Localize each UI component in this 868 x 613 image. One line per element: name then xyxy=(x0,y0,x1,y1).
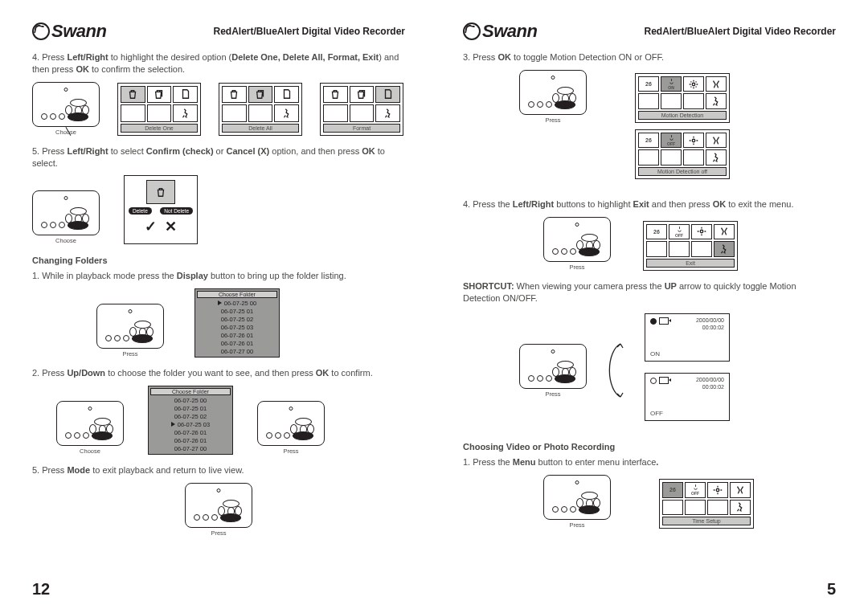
svg-point-0 xyxy=(692,83,695,86)
r-step3: 3. Press OK to toggle Motion Detection O… xyxy=(463,51,836,63)
motion-on-icon: ON xyxy=(661,76,682,92)
swann-swirl-icon xyxy=(32,22,50,40)
page-header-right: Swann RedAlert/BlueAlert Digital Video R… xyxy=(463,21,836,42)
heading-choosing-recording: Choosing Video or Photo Recording xyxy=(463,442,836,452)
document-title: RedAlert/BlueAlert Digital Video Recorde… xyxy=(214,26,406,37)
brand-logo: Swann xyxy=(32,21,106,42)
menu-delete-all: Delete All xyxy=(219,83,302,136)
delete-pill: Delete xyxy=(129,207,152,215)
remote-press-r2: Press xyxy=(543,217,611,271)
trash-one-icon xyxy=(121,86,145,104)
svg-point-1 xyxy=(692,139,695,142)
step-5-text: 5. Press Left/Right to select Confirm (c… xyxy=(32,145,405,170)
heading-changing-folders: Changing Folders xyxy=(32,255,405,265)
remote-press-3: Press xyxy=(185,483,252,537)
remote-press-1: Press xyxy=(96,304,164,358)
tools-icon xyxy=(706,76,727,92)
toggle-arrow-icon xyxy=(604,337,627,403)
remote-choose-2: Choose xyxy=(32,190,100,244)
exit-run-icon xyxy=(706,93,727,109)
record-dot-icon xyxy=(650,318,657,325)
cf-step1: 1. While in playback mode press the Disp… xyxy=(32,270,405,282)
cf-step2: 2. Press Up/Down to choose the folder yo… xyxy=(32,367,405,379)
remote-choose: Choose xyxy=(32,82,100,136)
menu-format: Format xyxy=(320,83,403,136)
menu-exit: 26 OFF Exit xyxy=(643,221,738,271)
pointer-icon xyxy=(218,300,222,305)
remote-caption: Choose xyxy=(32,129,100,136)
remote-choose-3: Choose xyxy=(56,401,124,455)
exit-run-icon-sel xyxy=(714,241,735,257)
step-4-text: 4. Press Left/Right to highlight the des… xyxy=(32,51,405,76)
date-26-badge: 26 xyxy=(638,76,659,92)
camera-icon xyxy=(659,317,669,325)
menu-delete-one: Delete One xyxy=(117,83,201,136)
remote-press-r1: Press xyxy=(519,70,587,124)
live-view-on: 2000/00/0000:00:02 ON xyxy=(645,313,730,362)
svg-point-2 xyxy=(700,231,703,234)
remote-press-r3: Press xyxy=(519,344,587,398)
menu-motion-off: 26 OFF Motion Detection off xyxy=(635,129,730,179)
live-on-label: ON xyxy=(650,350,660,358)
brightness-icon xyxy=(683,76,704,92)
page-number-right: 5 xyxy=(827,580,836,599)
r-step4: 4. Press the Left/Right buttons to highl… xyxy=(463,198,836,210)
not-delete-pill: Not Delete xyxy=(160,207,193,215)
exit-run-icon xyxy=(173,104,198,122)
remote-press-r4: Press xyxy=(543,475,611,529)
brand-text: Swann xyxy=(51,21,106,42)
page-number-left: 12 xyxy=(32,580,50,599)
live-off-label: OFF xyxy=(650,410,663,417)
remote-icon xyxy=(32,82,100,127)
remote-press-2: Press xyxy=(257,401,325,455)
trash-all-icon xyxy=(147,86,172,104)
folder-list-1: Choose Folder 06-07-25 00 06-07-25 01 06… xyxy=(194,288,280,358)
trash-icon xyxy=(146,180,175,204)
cf-step3: 5. Press Mode to exit playback and retur… xyxy=(32,464,405,476)
confirm-dialog: DeleteNot Delete ✓✕ xyxy=(124,175,198,244)
live-view-off: 2000/00/0000:00:02 OFF xyxy=(645,373,730,421)
r-shortcut: SHORTCUT: When viewing your camera press… xyxy=(463,280,836,304)
svg-point-3 xyxy=(716,488,719,492)
page-header: Swann RedAlert/BlueAlert Digital Video R… xyxy=(32,21,405,42)
x-icon: ✕ xyxy=(165,218,177,235)
c-step1: 1. Press the Menu button to enter menu i… xyxy=(463,456,836,468)
menu-motion-on: 26 ON Motion Detection xyxy=(635,73,730,123)
menu-bar-label: Delete One xyxy=(121,124,198,133)
record-dot-off-icon xyxy=(650,378,657,384)
menu-time-setup: 26 OFF Time Setup xyxy=(659,479,754,529)
figure-row-delete-menus: Choose Delete One Delete All Format xyxy=(32,82,405,136)
check-icon: ✓ xyxy=(145,218,157,235)
folder-list-2: Choose Folder 06-07-25 00 06-07-25 01 06… xyxy=(148,386,233,455)
sd-card-icon xyxy=(173,86,198,104)
